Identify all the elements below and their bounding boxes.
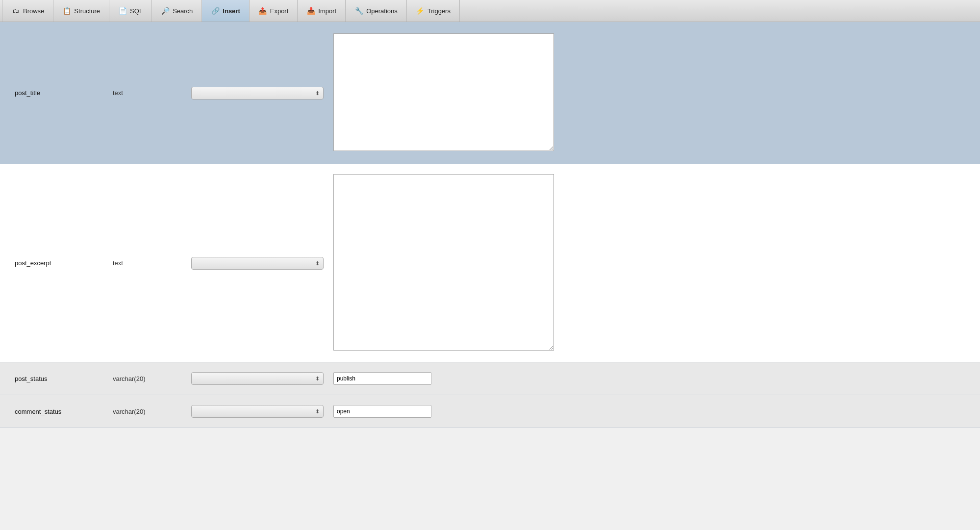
tab-import-label: Import xyxy=(318,7,336,15)
comment-status-value-wrapper xyxy=(333,405,431,418)
search-icon: 🔎 xyxy=(161,6,170,15)
field-name-post-title: post_title xyxy=(15,89,113,97)
sql-icon: 📄 xyxy=(118,6,127,15)
structure-icon: 📋 xyxy=(62,6,71,15)
field-type-post-title: text xyxy=(113,89,191,97)
post-excerpt-select[interactable] xyxy=(191,257,324,270)
main-content: post_title text post_excerpt text post_s… xyxy=(0,22,980,428)
select-wrapper-post-status xyxy=(191,372,324,385)
select-wrapper-post-title xyxy=(191,87,324,100)
field-row-post-status: post_status varchar(20) xyxy=(0,362,980,395)
post-title-textarea[interactable] xyxy=(333,33,554,151)
tab-structure-label: Structure xyxy=(74,7,100,15)
tab-sql-label: SQL xyxy=(130,7,143,15)
field-row-post-title: post_title text xyxy=(0,22,980,164)
operations-icon: 🔧 xyxy=(354,6,363,15)
tab-operations[interactable]: 🔧 Operations xyxy=(346,0,407,22)
post-excerpt-textarea[interactable] xyxy=(333,174,554,351)
tab-structure[interactable]: 📋 Structure xyxy=(53,0,109,22)
browse-icon: 🗂 xyxy=(11,6,20,15)
tab-insert-label: Insert xyxy=(223,7,240,15)
select-wrapper-comment-status xyxy=(191,405,324,418)
triggers-icon: ⚡ xyxy=(416,6,425,15)
import-icon: 📥 xyxy=(306,6,315,15)
post-status-select[interactable] xyxy=(191,372,324,385)
tab-import[interactable]: 📥 Import xyxy=(298,0,346,22)
tab-operations-label: Operations xyxy=(366,7,398,15)
tab-insert[interactable]: 🔗 Insert xyxy=(202,0,249,22)
field-name-comment-status: comment_status xyxy=(15,408,113,415)
export-icon: 📤 xyxy=(258,6,267,15)
field-row-post-excerpt: post_excerpt text xyxy=(0,164,980,362)
tab-browse[interactable]: 🗂 Browse xyxy=(2,0,53,22)
tab-export-label: Export xyxy=(270,7,289,15)
tab-browse-label: Browse xyxy=(23,7,44,15)
tab-triggers-label: Triggers xyxy=(427,7,451,15)
tab-search[interactable]: 🔎 Search xyxy=(152,0,202,22)
tab-bar: 🗂 Browse 📋 Structure 📄 SQL 🔎 Search 🔗 In… xyxy=(0,0,980,22)
post-title-select[interactable] xyxy=(191,87,324,100)
tab-sql[interactable]: 📄 SQL xyxy=(109,0,152,22)
field-type-post-excerpt: text xyxy=(113,259,191,267)
field-name-post-excerpt: post_excerpt xyxy=(15,259,113,267)
field-name-post-status: post_status xyxy=(15,375,113,382)
field-row-comment-status: comment_status varchar(20) xyxy=(0,395,980,428)
field-type-post-status: varchar(20) xyxy=(113,375,191,382)
insert-icon: 🔗 xyxy=(211,6,220,15)
tab-search-label: Search xyxy=(173,7,193,15)
post-status-input[interactable] xyxy=(333,372,431,385)
comment-status-select[interactable] xyxy=(191,405,324,418)
select-wrapper-post-excerpt xyxy=(191,257,324,270)
post-status-value-wrapper xyxy=(333,372,431,385)
field-type-comment-status: varchar(20) xyxy=(113,408,191,415)
tab-triggers[interactable]: ⚡ Triggers xyxy=(407,0,460,22)
comment-status-input[interactable] xyxy=(333,405,431,418)
post-excerpt-textarea-wrapper xyxy=(333,174,554,352)
post-title-textarea-wrapper xyxy=(333,33,554,152)
tab-export[interactable]: 📤 Export xyxy=(250,0,298,22)
